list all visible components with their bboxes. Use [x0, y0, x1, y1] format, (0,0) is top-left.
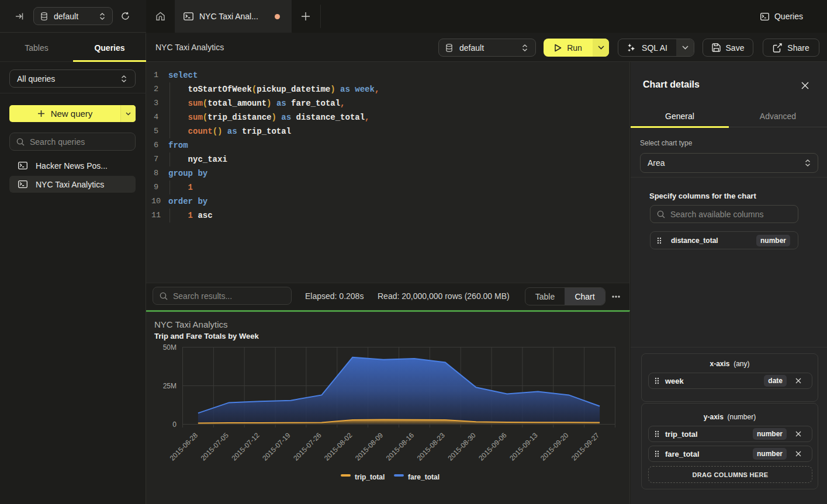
svg-text:2015-09-13: 2015-09-13: [508, 431, 539, 463]
svg-text:2015-06-28: 2015-06-28: [168, 431, 200, 463]
svg-text:2015-07-26: 2015-07-26: [292, 431, 323, 463]
svg-text:0: 0: [172, 420, 177, 429]
svg-text:2015-08-16: 2015-08-16: [385, 431, 416, 463]
svg-text:2015-07-12: 2015-07-12: [230, 431, 261, 463]
svg-text:2015-09-20: 2015-09-20: [539, 431, 570, 463]
svg-text:2015-08-02: 2015-08-02: [323, 431, 354, 463]
svg-text:2015-07-19: 2015-07-19: [261, 431, 292, 463]
svg-text:2015-08-23: 2015-08-23: [416, 431, 447, 463]
svg-text:2015-07-05: 2015-07-05: [199, 431, 231, 463]
svg-text:2015-09-27: 2015-09-27: [570, 431, 601, 463]
svg-text:2015-08-30: 2015-08-30: [446, 431, 477, 463]
svg-text:trip_total: trip_total: [355, 473, 385, 481]
svg-text:25M: 25M: [163, 382, 177, 390]
svg-text:50M: 50M: [163, 343, 177, 352]
svg-text:2015-09-06: 2015-09-06: [477, 431, 508, 463]
svg-text:2015-08-09: 2015-08-09: [354, 431, 385, 463]
svg-text:fare_total: fare_total: [408, 473, 440, 481]
